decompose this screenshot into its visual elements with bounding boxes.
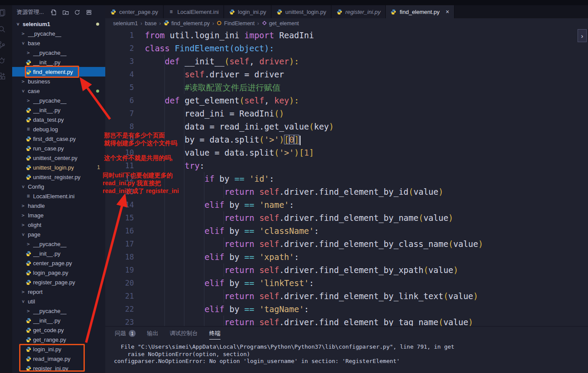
tree-item-find-element-py[interactable]: find_element.py (12, 67, 105, 77)
chevron-right-icon: > (25, 98, 31, 103)
tree-item-unittest-center-py[interactable]: unittest_center.py (12, 153, 105, 163)
line-number: 22 (105, 303, 134, 316)
breadcrumb-label: base (145, 20, 157, 27)
tree-item-base[interactable]: >base (12, 38, 105, 48)
vscode-window: 资源管理... >selenium1>__pycache__>base>__py… (0, 0, 588, 373)
tree-item-register-ini-py[interactable]: register_ini.py (12, 363, 105, 373)
tree-item-center-page-py[interactable]: center_page.py (12, 258, 105, 268)
panel-tab-item[interactable]: 调试控制台 (170, 326, 198, 340)
tree-item-business[interactable]: >business (12, 77, 105, 86)
tree-item-login-ini-py[interactable]: login_ini.py (12, 344, 105, 354)
source-control-icon[interactable] (0, 40, 7, 50)
tree-item-data-test-py[interactable]: data_test.py (12, 115, 105, 124)
code-editor[interactable]: 1from util.login_ini import ReadIni2clas… (105, 29, 588, 326)
python-file-icon (229, 9, 235, 15)
tab-find-element-py[interactable]: find_element.py× (386, 5, 454, 18)
python-file-icon (25, 270, 31, 276)
tree-item-pycache[interactable]: >__pycache__ (12, 306, 105, 316)
tree-item-selenium1[interactable]: >selenium1 (12, 19, 105, 29)
tree-item-read-image-py[interactable]: read_image.py (12, 354, 105, 363)
breadcrumb-label: FindElement (224, 20, 254, 27)
tree-item-pycache[interactable]: >__pycache__ (12, 239, 105, 249)
code-line: 14 elif by == 'name': (105, 198, 588, 211)
tab-center-page-py[interactable]: center_page.py (105, 5, 164, 18)
py-symbol-icon (164, 20, 169, 27)
tree-item-label: __init__.py (33, 250, 60, 257)
tree-item-label: report (28, 289, 43, 295)
tree-item-pycache[interactable]: >__pycache__ (12, 29, 105, 38)
tree-item-login-page-py[interactable]: login_page.py (12, 268, 105, 277)
code-line: 12 if by == 'id': (105, 172, 588, 185)
collapse-all-icon[interactable] (85, 8, 93, 16)
breadcrumb-item-get-element[interactable]: get_element (262, 20, 299, 27)
code-line: 18 elif by == 'xpath': (105, 250, 588, 263)
tree-item-label: center_page.py (33, 260, 72, 266)
tree-item-label: register_page.py (33, 279, 75, 286)
tree-item-get-range-py[interactable]: get_range.py (12, 335, 105, 344)
tree-item-init-py[interactable]: __init__.py (12, 249, 105, 258)
tree-item-util[interactable]: >util (12, 296, 105, 306)
line-number: 8 (105, 120, 134, 133)
panel-tab-item[interactable]: 输出 (147, 326, 158, 340)
terminal-output[interactable]: File "C:\Users\simei\AppData\Local\Progr… (105, 340, 588, 365)
tree-item-label: first_ddt_case.py (33, 136, 76, 142)
breadcrumb-item-findelement[interactable]: FindElement (217, 20, 254, 27)
tree-item-unittest-register-py[interactable]: unittest_register.py (12, 172, 105, 182)
tab-register-ini-py[interactable]: register_ini.py (331, 5, 386, 18)
breadcrumb-item-find-element-py[interactable]: find_element.py (164, 20, 210, 27)
tab-unittest-login-py[interactable]: unittest_login.py (271, 5, 331, 18)
text-cursor (300, 136, 301, 145)
problem-count-badge: 1 (97, 164, 100, 170)
extensions-icon[interactable] (0, 71, 7, 82)
code-line: 11 try: (105, 159, 588, 172)
tree-item-page[interactable]: >page (12, 230, 105, 239)
new-file-icon[interactable] (50, 8, 58, 16)
line-number: 13 (105, 185, 134, 198)
tree-item-run-case-py[interactable]: run_case.py (12, 143, 105, 153)
tree-item-unittest-login-py[interactable]: unittest_login.py1 (12, 163, 105, 172)
debug-icon[interactable] (0, 56, 7, 66)
breadcrumb[interactable]: selenium1›base›find_element.py›FindEleme… (105, 18, 588, 29)
tree-item-pycache[interactable]: >__pycache__ (12, 96, 105, 105)
line-number: 11 (105, 159, 134, 172)
tree-item-first-ddt-case-py[interactable]: first_ddt_case.py (12, 134, 105, 143)
tree-item-init-py[interactable]: __init__.py (12, 57, 105, 67)
tree-item-handle[interactable]: >handle (12, 201, 105, 210)
tree-item-olight[interactable]: >olight (12, 220, 105, 230)
tree-item-register-page-py[interactable]: register_page.py (12, 277, 105, 287)
close-tab-icon[interactable]: × (446, 8, 449, 15)
tree-item-get-code-py[interactable]: get_code.py (12, 325, 105, 335)
activity-bar[interactable] (0, 5, 12, 373)
python-file-icon (25, 327, 31, 333)
refresh-icon[interactable] (74, 8, 81, 16)
new-folder-icon[interactable] (62, 8, 70, 16)
tab-localelement-ini[interactable]: ≡LocalElement.ini (164, 5, 224, 18)
chevron-down-icon: > (20, 40, 26, 46)
breadcrumb-item-selenium1[interactable]: selenium1 (113, 20, 138, 27)
explorer-header: 资源管理... (12, 5, 105, 19)
tree-item-init-py[interactable]: __init__.py (12, 316, 105, 325)
tree-item-config[interactable]: >Config (12, 182, 105, 191)
tree-item-pycache[interactable]: >__pycache__ (12, 48, 105, 57)
tree-item-localelement-ini[interactable]: ≡LocalElement.ini (12, 191, 105, 201)
search-icon[interactable] (0, 24, 7, 35)
line-number: 20 (105, 276, 134, 290)
panel-tab-terminal[interactable]: 终端 (209, 326, 220, 340)
tree-item-label: run_case.py (33, 145, 64, 152)
tree-item-debug-log[interactable]: ≡debug.log (12, 124, 105, 134)
ini-file-icon: ≡ (168, 9, 174, 14)
code-line: 9 by = data.split('>')[0] (105, 133, 588, 146)
tree-item-image[interactable]: >Image (12, 210, 105, 220)
tree-item-report[interactable]: >report (12, 287, 105, 296)
panel-tab-item[interactable]: 问题1 (115, 326, 136, 340)
python-file-icon (391, 9, 397, 15)
explorer-title: 资源管理... (17, 8, 44, 16)
tree-item-init-py[interactable]: __init__.py (12, 105, 105, 115)
tree-item-case[interactable]: >case (12, 86, 105, 96)
chevron-right-icon: > (20, 289, 26, 295)
ini-file-icon: ≡ (25, 127, 31, 132)
open-side-panel-button[interactable]: › (578, 29, 587, 42)
breadcrumb-item-base[interactable]: base (145, 20, 157, 27)
tab-login-ini-py[interactable]: login_ini.py (224, 5, 271, 18)
files-icon[interactable] (0, 9, 7, 19)
